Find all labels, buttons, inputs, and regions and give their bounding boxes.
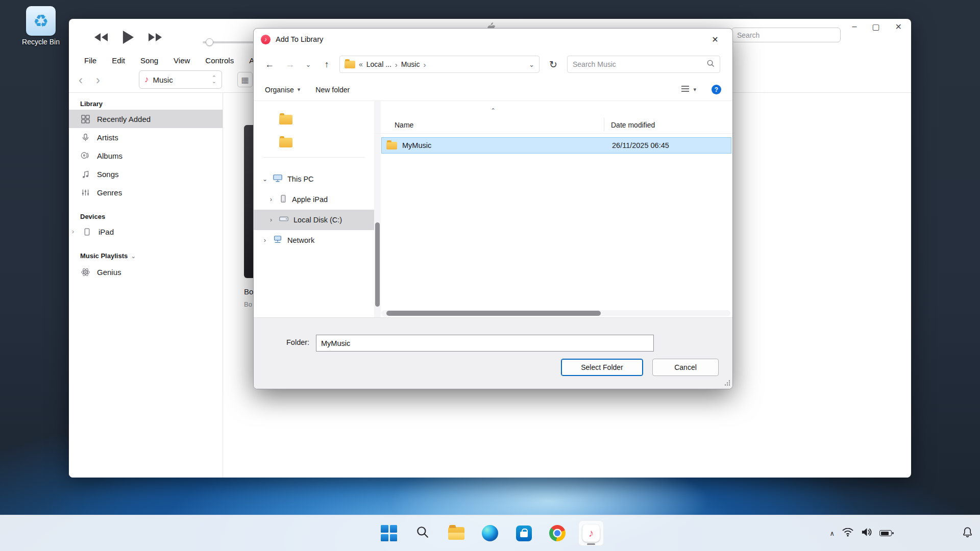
minimize-icon[interactable]: – xyxy=(852,22,857,32)
volume-knob[interactable] xyxy=(206,38,213,46)
breadcrumb[interactable]: « Local ... › Music › ⌄ xyxy=(339,56,540,73)
horizontal-scrollbar-thumb[interactable] xyxy=(386,311,601,316)
dialog-search-box[interactable] xyxy=(567,56,720,73)
forward-chevron-icon[interactable]: › xyxy=(91,73,105,87)
media-type-label: Music xyxy=(153,76,208,84)
system-tray: ∧ xyxy=(829,515,973,551)
breadcrumb-separator-icon[interactable]: › xyxy=(423,60,426,69)
music-app-button[interactable]: ♪ xyxy=(578,520,604,546)
library-header: Library xyxy=(80,100,223,108)
window-controls: – ▢ ✕ xyxy=(852,22,902,32)
sidebar-item-genius[interactable]: Genius xyxy=(69,263,223,281)
back-chevron-icon[interactable]: ‹ xyxy=(74,73,87,87)
resize-grip[interactable] xyxy=(724,380,730,386)
taskbar-search-button[interactable] xyxy=(410,520,435,546)
breadcrumb-segment-music[interactable]: Music xyxy=(401,60,420,68)
menu-song[interactable]: Song xyxy=(135,55,163,66)
itunes-search-input[interactable] xyxy=(731,28,841,42)
playback-controls xyxy=(93,30,163,46)
tree-item-apple-ipad[interactable]: › Apple iPad xyxy=(254,189,374,210)
view-options-button[interactable]: ▾ xyxy=(681,85,696,94)
new-folder-button[interactable]: New folder xyxy=(315,86,350,94)
rewind-button[interactable] xyxy=(93,32,109,44)
menu-controls[interactable]: Controls xyxy=(200,55,239,66)
caret-down-icon: ▾ xyxy=(693,86,696,93)
forward-button[interactable]: → xyxy=(282,57,298,72)
tree-item-local-disk-c[interactable]: › Local Disk (C:) xyxy=(254,210,374,230)
fast-forward-button[interactable] xyxy=(148,32,163,44)
dialog-body: ⌄ This PC › Apple iPad › Local Disk (C:)… xyxy=(254,101,732,317)
pinned-folder-row[interactable] xyxy=(254,108,374,131)
tray-chevron-icon[interactable]: ∧ xyxy=(829,530,835,537)
column-header-name[interactable]: Name xyxy=(374,121,604,129)
chevron-down-icon[interactable]: ⌄ xyxy=(131,253,136,260)
breadcrumb-overflow[interactable]: « xyxy=(359,60,363,68)
microsoft-store-button[interactable] xyxy=(511,520,536,546)
file-explorer-button[interactable] xyxy=(444,520,469,546)
sidebar-item-albums[interactable]: Albums xyxy=(69,146,223,165)
chrome-button[interactable] xyxy=(545,520,570,546)
help-icon[interactable]: ? xyxy=(712,85,721,94)
music-app-icon: ♪ xyxy=(582,524,600,542)
column-divider[interactable] xyxy=(604,118,604,131)
folder-name-input[interactable] xyxy=(316,335,654,352)
sidebar-item-recently-added[interactable]: Recently Added xyxy=(69,110,223,128)
horizontal-scrollbar[interactable] xyxy=(381,310,730,316)
file-list-header: ⌃ Name Date modified xyxy=(374,114,732,134)
start-button[interactable] xyxy=(376,520,402,546)
wifi-icon[interactable] xyxy=(842,528,853,539)
song-note-icon xyxy=(80,170,90,179)
dialog-titlebar: ♪ Add To Library ✕ xyxy=(254,29,732,50)
search-icon xyxy=(416,525,429,541)
organise-button[interactable]: Organise ▾ xyxy=(265,86,300,94)
back-button[interactable]: ← xyxy=(262,57,277,72)
breadcrumb-segment-local[interactable]: Local ... xyxy=(366,60,391,68)
address-dropdown-icon[interactable]: ⌄ xyxy=(529,61,534,68)
dialog-close-icon[interactable]: ✕ xyxy=(705,35,725,44)
expand-chevron-icon[interactable]: › xyxy=(262,237,268,244)
sidebar-item-songs[interactable]: Songs xyxy=(69,165,223,183)
volume-icon[interactable] xyxy=(861,528,872,539)
notification-bell-icon[interactable] xyxy=(962,527,973,540)
up-button[interactable]: ↑ xyxy=(319,57,334,72)
collapse-chevron-icon[interactable]: ⌄ xyxy=(262,176,268,183)
navigation-tree: ⌄ This PC › Apple iPad › Local Disk (C:)… xyxy=(254,101,374,317)
sort-ascending-icon: ⌃ xyxy=(491,107,496,114)
expander-icon[interactable]: › xyxy=(72,228,77,235)
expand-chevron-icon[interactable]: › xyxy=(268,196,274,203)
pinned-folder-row[interactable] xyxy=(254,131,374,154)
tree-item-network[interactable]: › Network xyxy=(254,230,374,251)
sidebar-item-artists[interactable]: Artists xyxy=(69,128,223,146)
store-icon xyxy=(516,525,532,541)
menu-view[interactable]: View xyxy=(168,55,195,66)
search-icon xyxy=(707,60,715,69)
recycle-bin-shortcut[interactable]: ♻ Recycle Bin xyxy=(14,6,67,46)
itunes-menubar: File Edit Song View Controls Account xyxy=(79,55,282,66)
dialog-search-input[interactable] xyxy=(573,60,707,68)
view-grid-button[interactable]: ▦ xyxy=(237,72,253,87)
edge-button[interactable] xyxy=(477,520,503,546)
battery-icon[interactable] xyxy=(879,530,892,536)
breadcrumb-separator-icon[interactable]: › xyxy=(395,60,398,69)
column-header-date-modified[interactable]: Date modified xyxy=(604,121,655,129)
recent-locations-icon[interactable]: ⌄ xyxy=(303,57,314,72)
media-type-selector[interactable]: ♪ Music ⌃⌄ xyxy=(139,70,222,89)
sidebar-item-genres[interactable]: Genres xyxy=(69,183,223,202)
expand-chevron-icon[interactable]: › xyxy=(268,216,274,223)
devices-header: Devices xyxy=(80,213,223,220)
folder-icon xyxy=(279,138,292,147)
play-button[interactable] xyxy=(122,30,134,46)
select-folder-button[interactable]: Select Folder xyxy=(561,359,643,376)
cancel-button[interactable]: Cancel xyxy=(652,359,719,376)
menu-file[interactable]: File xyxy=(79,55,102,66)
dialog-command-bar: Organise ▾ New folder ▾ ? xyxy=(254,79,732,101)
playlists-header: Music Playlists ⌄ xyxy=(80,252,223,260)
close-icon[interactable]: ✕ xyxy=(895,22,902,32)
menu-edit[interactable]: Edit xyxy=(107,55,130,66)
maximize-icon[interactable]: ▢ xyxy=(872,22,879,32)
refresh-icon[interactable]: ↻ xyxy=(545,56,562,73)
sidebar-item-ipad[interactable]: › iPad xyxy=(69,222,223,241)
file-row-mymusic[interactable]: MyMusic 26/11/2025 06:45 xyxy=(381,137,731,154)
tree-item-this-pc[interactable]: ⌄ This PC xyxy=(254,169,374,189)
network-icon xyxy=(273,235,283,245)
